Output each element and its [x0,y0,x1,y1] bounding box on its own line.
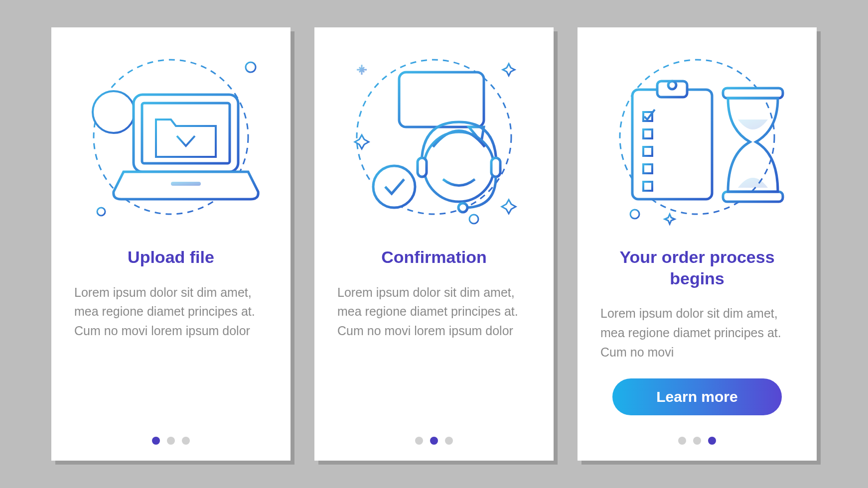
onboarding-card-2: Confirmation Lorem ipsum dolor sit dim a… [314,27,554,461]
chat-bubble-icon [399,72,484,142]
card-title: Your order process begins [597,246,797,289]
svg-point-6 [97,208,105,216]
dot-1[interactable] [415,437,423,445]
dot-2[interactable] [167,437,175,445]
card-description: Lorem ipsum dolor sit dim amet, mea regi… [71,283,271,341]
checkmark-circle-icon [373,166,415,208]
pagination-dots [51,437,290,445]
dot-3[interactable] [445,437,453,445]
svg-rect-56 [723,88,783,98]
svg-point-33 [373,166,415,208]
clipboard-checklist-icon [632,81,712,199]
dot-1[interactable] [678,437,686,445]
card-title: Confirmation [381,246,487,268]
svg-rect-23 [399,72,484,127]
svg-marker-42 [665,214,675,224]
svg-marker-19 [502,200,516,214]
clock-icon [93,91,135,133]
card-description: Lorem ipsum dolor sit dim amet, mea regi… [334,283,534,341]
svg-point-20 [469,215,478,224]
svg-rect-31 [491,158,500,177]
card-title: Upload file [128,246,214,268]
dot-2[interactable] [430,437,438,445]
dot-3[interactable] [708,437,716,445]
card-description: Lorem ipsum dolor sit dim amet, mea regi… [597,304,797,362]
pagination-dots [314,437,554,445]
svg-point-45 [668,81,676,89]
order-process-illustration [597,42,797,232]
svg-rect-30 [418,158,427,177]
svg-point-5 [246,62,256,72]
support-agent-icon [418,122,500,212]
dot-1[interactable] [152,437,160,445]
svg-point-32 [458,203,467,212]
dot-2[interactable] [693,437,701,445]
onboarding-card-1: Upload file Lorem ipsum dolor sit dim am… [51,27,290,461]
svg-point-29 [424,132,494,202]
dot-3[interactable] [182,437,190,445]
pagination-dots [578,437,817,445]
confirmation-illustration [334,42,534,232]
upload-file-illustration [71,42,271,232]
svg-rect-57 [723,192,783,202]
onboarding-card-3: Your order process begins Lorem ipsum do… [578,27,817,461]
hourglass-icon [723,88,783,202]
svg-point-39 [630,210,639,219]
svg-rect-14 [171,182,201,186]
learn-more-button[interactable]: Learn more [612,378,782,415]
